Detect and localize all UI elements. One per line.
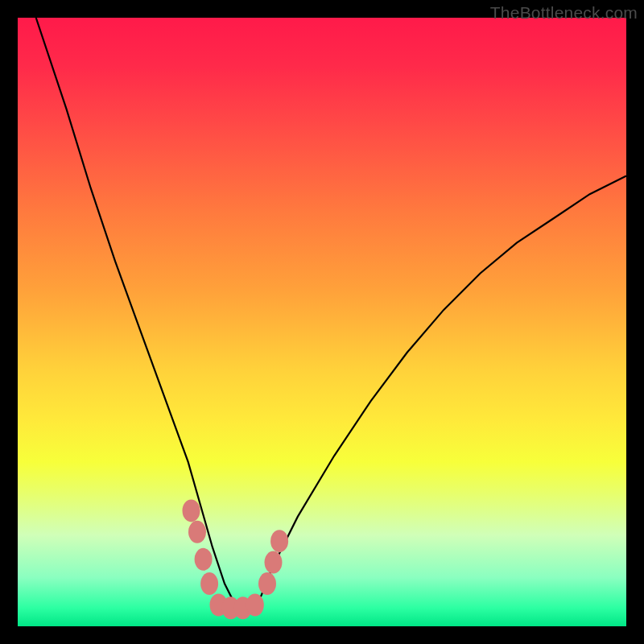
marker-dot [265,551,283,574]
marker-dot [195,548,213,571]
marker-dot [270,530,288,552]
watermark-text: TheBottleneck.com [490,3,638,23]
marker-dot [258,572,276,595]
marker-dot [200,572,218,595]
marker-dot [188,521,206,543]
marker-dot [246,594,264,617]
chart-frame [18,18,626,626]
marker-dot [183,499,200,522]
curve-markers [18,18,626,626]
